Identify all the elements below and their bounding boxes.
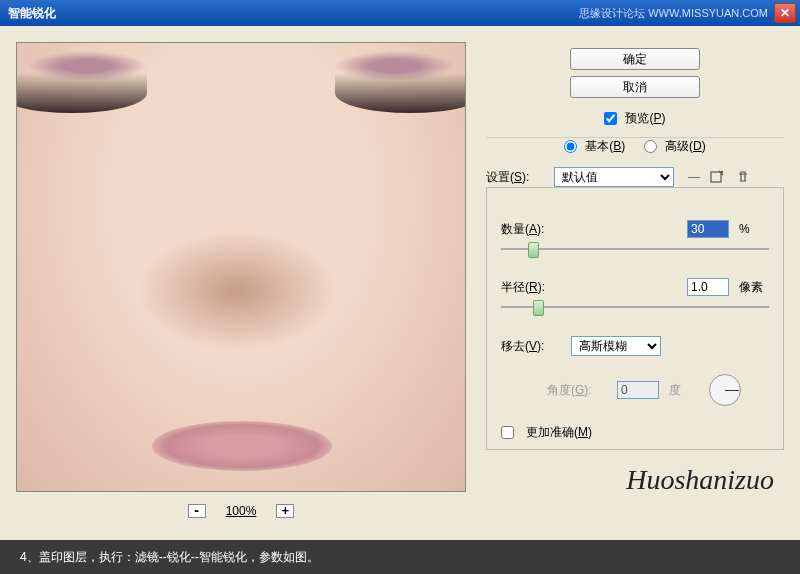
settings-dash: — <box>688 170 700 184</box>
angle-unit: 度 <box>669 382 699 399</box>
params-fieldset: 数量(A): % 半径(R): 像素 移去(V): 高斯模糊 <box>486 187 784 450</box>
ok-button[interactable]: 确定 <box>570 48 700 70</box>
radius-row: 半径(R): 像素 <box>501 278 769 296</box>
accurate-row: 更加准确(M) <box>501 424 769 441</box>
zoom-bar: - 100% + <box>16 504 466 518</box>
minus-icon: - <box>193 504 200 518</box>
amount-label: 数量(A): <box>501 221 561 238</box>
amount-row: 数量(A): % <box>501 220 769 238</box>
remove-label: 移去(V): <box>501 338 561 355</box>
svg-point-1 <box>721 171 723 173</box>
footer-text: 4、盖印图层，执行：滤镜--锐化--智能锐化，参数如图。 <box>20 549 319 566</box>
mode-row: 基本(B) 高级(D) <box>486 138 784 155</box>
basic-label: 基本(B) <box>585 138 625 155</box>
slider-track <box>501 248 769 250</box>
preview-decor <box>137 231 337 351</box>
preview-label: 预览(P) <box>625 110 665 127</box>
watermark-text: 思缘设计论坛 WWW.MISSYUAN.COM <box>579 6 768 21</box>
angle-dial[interactable] <box>709 374 741 406</box>
settings-select[interactable]: 默认值 <box>554 167 674 187</box>
close-button[interactable]: ✕ <box>774 3 796 23</box>
preview-column: - 100% + <box>16 42 466 524</box>
preview-decor <box>16 73 147 113</box>
remove-row: 移去(V): 高斯模糊 <box>501 336 769 356</box>
preview-toggle-row: 预览(P) <box>486 110 784 127</box>
radius-slider[interactable] <box>501 298 769 318</box>
basic-radio[interactable] <box>564 140 577 153</box>
slider-thumb[interactable] <box>528 242 539 258</box>
zoom-in-button[interactable]: + <box>276 504 294 518</box>
remove-select[interactable]: 高斯模糊 <box>571 336 661 356</box>
save-preset-icon[interactable] <box>708 168 726 186</box>
signature-text: Huoshanizuo <box>626 464 774 495</box>
delete-preset-icon[interactable] <box>734 168 752 186</box>
settings-row: 设置(S): 默认值 — <box>486 167 784 187</box>
controls-column: 确定 取消 预览(P) 基本(B) 高级(D) 设置(S): 默认值 — <box>486 42 784 524</box>
accurate-label: 更加准确(M) <box>526 424 592 441</box>
preview-image[interactable] <box>16 42 466 492</box>
settings-label: 设置(S): <box>486 169 546 186</box>
zoom-value: 100% <box>226 504 257 518</box>
radius-label: 半径(R): <box>501 279 561 296</box>
advanced-label: 高级(D) <box>665 138 706 155</box>
radius-unit: 像素 <box>739 279 769 296</box>
close-icon: ✕ <box>780 6 790 20</box>
footer-caption: 4、盖印图层，执行：滤镜--锐化--智能锐化，参数如图。 <box>0 540 800 574</box>
advanced-radio[interactable] <box>644 140 657 153</box>
accurate-checkbox[interactable] <box>501 426 514 439</box>
preview-checkbox[interactable] <box>604 112 617 125</box>
plus-icon: + <box>282 504 289 518</box>
signature: Huoshanizuo <box>486 464 784 496</box>
preview-decor <box>335 73 466 113</box>
zoom-out-button[interactable]: - <box>188 504 206 518</box>
dialog-content: - 100% + 确定 取消 预览(P) 基本(B) 高级(D) 设置(S): … <box>0 26 800 540</box>
angle-label: 角度(G): <box>547 382 607 399</box>
amount-slider[interactable] <box>501 240 769 260</box>
title-bar: 智能锐化 思缘设计论坛 WWW.MISSYUAN.COM ✕ <box>0 0 800 26</box>
action-buttons: 确定 取消 <box>486 48 784 98</box>
amount-input[interactable] <box>687 220 729 238</box>
svg-rect-0 <box>711 172 721 182</box>
amount-unit: % <box>739 222 769 236</box>
dialog-title: 智能锐化 <box>4 5 579 22</box>
preview-decor <box>152 421 332 471</box>
slider-thumb[interactable] <box>533 300 544 316</box>
cancel-button[interactable]: 取消 <box>570 76 700 98</box>
radius-input[interactable] <box>687 278 729 296</box>
angle-row: 角度(G): 度 <box>501 374 769 406</box>
angle-input <box>617 381 659 399</box>
